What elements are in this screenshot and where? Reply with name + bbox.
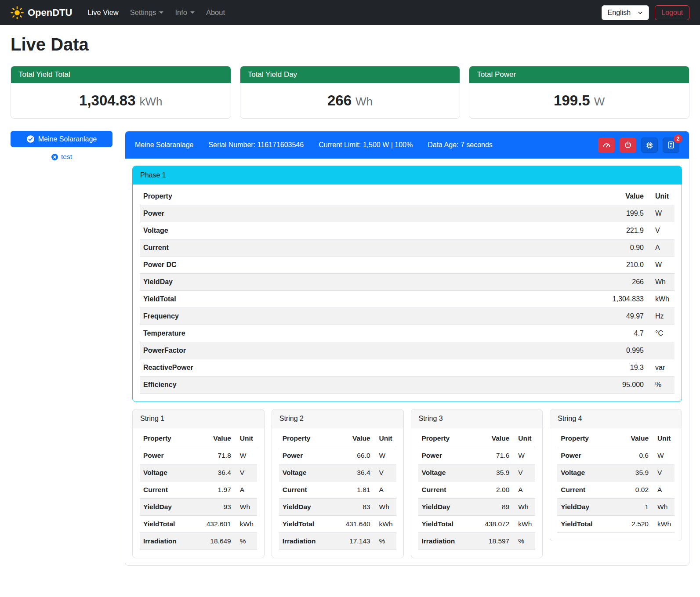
value-cell: 89 — [471, 499, 513, 516]
table-header-row: Property Value Unit — [279, 430, 396, 447]
unit-cell: var — [647, 359, 675, 376]
card-title: Total Yield Total — [11, 66, 231, 83]
property-cell: Power — [279, 447, 332, 464]
unit-cell: A — [652, 481, 675, 499]
inverter-sidebar: Meine Solaranlage test — [11, 131, 112, 161]
value-cell: 0.90 — [443, 239, 647, 257]
table-row: ReactivePower19.3var — [140, 359, 675, 376]
string-title: String 2 — [272, 409, 403, 428]
card-unit: Wh — [355, 95, 373, 108]
nav-settings-label: Settings — [130, 8, 156, 17]
table-header-row: Property Value Unit — [557, 430, 675, 447]
table-row: Current0.90A — [140, 239, 675, 257]
property-cell: Current — [140, 239, 443, 257]
property-cell: Current — [279, 481, 332, 499]
table-row: Voltage36.4V — [279, 464, 396, 481]
nav-about-label: About — [206, 8, 225, 17]
table-row: Power0.6W — [557, 447, 675, 464]
value-cell: 49.97 — [443, 308, 647, 325]
unit-cell: kWh — [374, 516, 396, 533]
inverter-serial: Serial Number: 116171603546 — [208, 141, 304, 149]
property-cell: YieldTotal — [279, 516, 332, 533]
table-row: Power71.6W — [418, 447, 536, 464]
table-row: Efficiency95.000% — [140, 376, 675, 394]
card-title: Total Yield Day — [240, 66, 460, 83]
value-cell: 210.0 — [443, 257, 647, 274]
table-row: Irradiation17.143% — [279, 533, 396, 550]
string-3-table: Property Value Unit Power71.6WVoltage35.… — [418, 430, 536, 550]
value-cell: 36.4 — [193, 464, 235, 481]
value-cell: 1,304.833 — [443, 291, 647, 308]
property-cell: YieldTotal — [140, 291, 443, 308]
value-cell: 18.649 — [193, 533, 235, 550]
nav-live-view[interactable]: Live View — [82, 5, 124, 20]
property-cell: YieldDay — [418, 499, 472, 516]
property-cell: Voltage — [279, 464, 332, 481]
table-row: YieldTotal432.601kWh — [140, 516, 257, 533]
table-row: Voltage36.4V — [140, 464, 257, 481]
inverter-select-button[interactable]: Meine Solaranlage — [11, 131, 112, 147]
value-cell: 83 — [332, 499, 374, 516]
string-2-card: String 2 Property Value Unit — [272, 409, 404, 558]
table-row: Current2.00A — [418, 481, 536, 499]
table-row: Current0.02A — [557, 481, 675, 499]
nav-about[interactable]: About — [200, 5, 231, 20]
value-cell: 35.9 — [471, 464, 513, 481]
inverter-action-buttons: 2 — [598, 137, 679, 153]
property-cell: YieldDay — [557, 499, 615, 516]
phase-title: Phase 1 — [133, 166, 682, 185]
value-cell: 221.9 — [443, 222, 647, 239]
limit-settings-button[interactable] — [598, 137, 615, 153]
value-cell: 71.6 — [471, 447, 513, 464]
inverter-name: Meine Solaranlage — [135, 141, 193, 149]
event-log-button[interactable]: 2 — [663, 137, 679, 153]
logout-button[interactable]: Logout — [655, 5, 689, 20]
property-cell: YieldTotal — [418, 516, 472, 533]
property-cell: Irradiation — [279, 533, 332, 550]
brand[interactable]: OpenDTU — [11, 6, 72, 19]
table-row: Voltage221.9V — [140, 222, 675, 239]
unit-cell: Wh — [647, 274, 675, 291]
caret-down-icon — [190, 11, 195, 14]
property-cell: Power DC — [140, 257, 443, 274]
table-header-row: Property Value Unit — [140, 430, 257, 447]
inverter-item-test[interactable]: test — [11, 153, 112, 161]
total-yield-total-card: Total Yield Total 1,304.83kWh — [11, 66, 231, 119]
power-icon — [624, 141, 632, 149]
property-cell: YieldTotal — [557, 516, 615, 533]
table-row: YieldDay93Wh — [140, 499, 257, 516]
language-select[interactable]: English — [602, 5, 649, 20]
speedometer-icon — [602, 141, 611, 149]
col-property: Property — [557, 430, 615, 447]
property-cell: Voltage — [140, 222, 443, 239]
table-row: Power DC210.0W — [140, 257, 675, 274]
sun-logo-icon — [11, 6, 24, 19]
card-value: 1,304.83 — [79, 92, 135, 109]
value-cell: 18.597 — [471, 533, 513, 550]
main-content: Live Data Total Yield Total 1,304.83kWh … — [0, 35, 700, 579]
power-button[interactable] — [620, 137, 636, 153]
device-info-button[interactable] — [641, 137, 658, 153]
col-value: Value — [332, 430, 374, 447]
unit-cell: A — [235, 481, 257, 499]
value-cell: 432.601 — [193, 516, 235, 533]
unit-cell: V — [652, 464, 675, 481]
col-property: Property — [418, 430, 472, 447]
unit-cell: Wh — [235, 499, 257, 516]
col-value: Value — [193, 430, 235, 447]
navbar: OpenDTU Live View Settings Info About En… — [0, 0, 700, 25]
nav-info[interactable]: Info — [169, 5, 200, 20]
table-row: Voltage35.9V — [557, 464, 675, 481]
table-row: Power71.8W — [140, 447, 257, 464]
col-unit: Unit — [652, 430, 675, 447]
value-cell: 266 — [443, 274, 647, 291]
table-row: Frequency49.97Hz — [140, 308, 675, 325]
unit-cell: kWh — [235, 516, 257, 533]
brand-label: OpenDTU — [28, 7, 72, 18]
property-cell: YieldDay — [279, 499, 332, 516]
property-cell: Current — [140, 481, 193, 499]
nav-settings[interactable]: Settings — [124, 5, 170, 20]
unit-cell: kWh — [647, 291, 675, 308]
page-title: Live Data — [11, 35, 689, 54]
table-row: YieldDay89Wh — [418, 499, 536, 516]
